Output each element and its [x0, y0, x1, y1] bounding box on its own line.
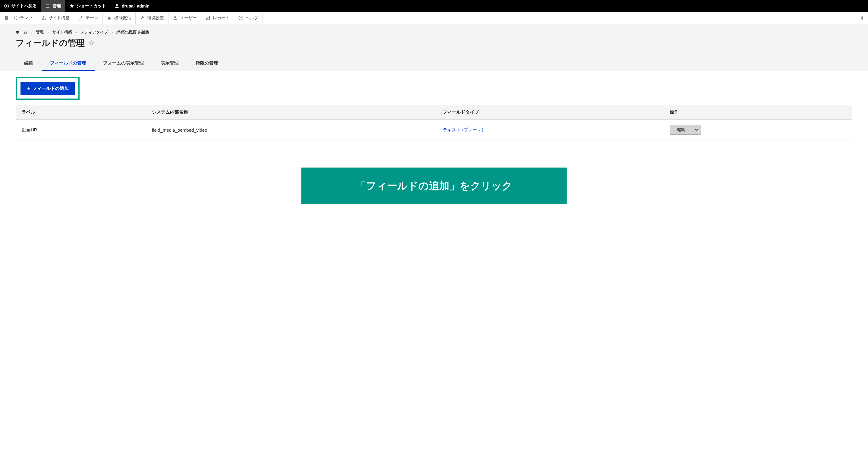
svg-point-4	[43, 19, 44, 20]
chart-icon	[206, 16, 210, 21]
breadcrumb-item[interactable]: 管理	[36, 30, 44, 35]
col-label: ラベル	[16, 105, 146, 120]
menu-people-label: ユーザー	[180, 15, 197, 21]
plus-icon: ＋	[27, 86, 31, 91]
svg-point-0	[4, 4, 9, 8]
tab-permissions[interactable]: 権限の管理	[187, 56, 227, 71]
svg-point-1	[116, 4, 118, 6]
cell-label: 動画URL	[16, 120, 146, 140]
back-to-site-link[interactable]: サイトへ戻る	[0, 0, 41, 12]
breadcrumb-current: 外部の動画 を編集	[116, 30, 149, 35]
page-title: フィールドの管理 ☆	[16, 37, 852, 49]
hierarchy-icon	[41, 16, 46, 21]
primary-tabs: 編集 フィールドの管理 フォームの表示管理 表示管理 権限の管理	[16, 56, 852, 71]
fields-table: ラベル システム内部名称 フィールドタイプ 操作 動画URL field_med…	[16, 105, 852, 140]
admin-toolbar: サイトへ戻る 管理 ショートカット drupal_admin	[0, 0, 868, 12]
hamburger-icon	[45, 4, 50, 8]
toolbar-orientation-toggle[interactable]	[856, 12, 868, 24]
field-type-link[interactable]: テキスト (プレーン)	[443, 127, 483, 132]
menu-appearance-label: テーマ	[86, 15, 98, 21]
menu-structure-label: サイト構築	[49, 15, 70, 21]
person2-icon	[173, 16, 178, 21]
breadcrumb-separator: ›	[31, 30, 32, 35]
annotation-callout: 「フィールドの追加」をクリック	[301, 167, 567, 204]
add-field-label: フィールドの追加	[33, 86, 69, 91]
operations-dropdown: 編集	[670, 125, 701, 135]
svg-point-3	[41, 19, 43, 20]
add-field-highlight: ＋ フィールドの追加	[16, 77, 80, 100]
col-machine-name: システム内部名称	[146, 105, 437, 120]
table-row: 動画URL field_media_oembed_video テキスト (プレー…	[16, 120, 852, 140]
main-content: ＋ フィールドの追加 ラベル システム内部名称 フィールドタイプ 操作 動画UR…	[0, 71, 868, 210]
breadcrumb-item[interactable]: ホーム	[16, 30, 27, 35]
menu-configuration[interactable]: 環境設定	[135, 12, 168, 24]
menu-help-label: ヘルプ	[246, 15, 258, 21]
breadcrumb-item[interactable]: メディアタイプ	[81, 30, 108, 35]
breadcrumb-separator: ›	[112, 30, 113, 35]
svg-text:?: ?	[240, 17, 242, 20]
menu-configuration-label: 環境設定	[147, 15, 164, 21]
collapse-icon	[860, 16, 864, 21]
tab-manage-form[interactable]: フォームの表示管理	[95, 56, 152, 71]
svg-point-6	[174, 16, 176, 18]
help-icon: ?	[239, 16, 243, 21]
menu-content[interactable]: コンテンツ	[0, 12, 37, 24]
breadcrumb-item[interactable]: サイト構築	[53, 30, 72, 35]
svg-point-5	[44, 19, 46, 20]
user-label: drupal_admin	[122, 4, 150, 8]
tab-manage-fields[interactable]: フィールドの管理	[41, 56, 95, 71]
manage-toggle[interactable]: 管理	[41, 0, 65, 12]
svg-rect-7	[206, 19, 207, 20]
col-operations: 操作	[664, 105, 852, 120]
menu-appearance[interactable]: テーマ	[74, 12, 103, 24]
tab-edit[interactable]: 編集	[16, 56, 41, 71]
chevron-down-icon	[695, 128, 698, 131]
document-icon	[4, 16, 9, 21]
menu-reports-label: レポート	[213, 15, 230, 21]
breadcrumb-separator: ›	[47, 30, 49, 35]
user-menu[interactable]: drupal_admin	[110, 0, 154, 12]
manage-label: 管理	[53, 3, 61, 9]
col-field-type: フィールドタイプ	[437, 105, 663, 120]
menu-help[interactable]: ? ヘルプ	[234, 12, 263, 24]
wrench-icon	[79, 16, 83, 21]
menu-extend[interactable]: 機能拡張	[103, 12, 135, 24]
tab-manage-display[interactable]: 表示管理	[152, 56, 187, 71]
shortcuts-link[interactable]: ショートカット	[65, 0, 110, 12]
edit-button[interactable]: 編集	[670, 125, 692, 135]
back-to-site-label: サイトへ戻る	[11, 3, 37, 9]
person-icon	[115, 4, 119, 8]
menu-extend-label: 機能拡張	[114, 15, 131, 21]
menu-people[interactable]: ユーザー	[168, 12, 201, 24]
puzzle-icon	[107, 16, 112, 21]
menu-reports[interactable]: レポート	[201, 12, 234, 24]
svg-rect-8	[208, 17, 209, 20]
menu-structure[interactable]: サイト構築	[37, 12, 74, 24]
svg-point-2	[43, 16, 44, 17]
cell-machine-name: field_media_oembed_video	[146, 120, 437, 140]
operations-toggle[interactable]	[692, 125, 701, 135]
add-field-button[interactable]: ＋ フィールドの追加	[21, 82, 75, 95]
back-arrow-icon	[4, 4, 9, 8]
page-title-text: フィールドの管理	[16, 37, 85, 49]
breadcrumb-separator: ›	[76, 30, 77, 35]
star-icon	[69, 4, 74, 8]
breadcrumb: ホーム › 管理 › サイト構築 › メディアタイプ › 外部の動画 を編集	[16, 30, 852, 35]
admin-menu: コンテンツ サイト構築 テーマ 機能拡張 環境設定 ユーザー レポート	[0, 12, 868, 24]
page-header: ホーム › 管理 › サイト構築 › メディアタイプ › 外部の動画 を編集 フ…	[0, 24, 868, 71]
svg-rect-9	[209, 16, 210, 20]
shortcut-star-icon[interactable]: ☆	[88, 39, 95, 47]
wrench2-icon	[140, 16, 145, 21]
shortcuts-label: ショートカット	[76, 3, 106, 9]
menu-content-label: コンテンツ	[11, 15, 33, 21]
